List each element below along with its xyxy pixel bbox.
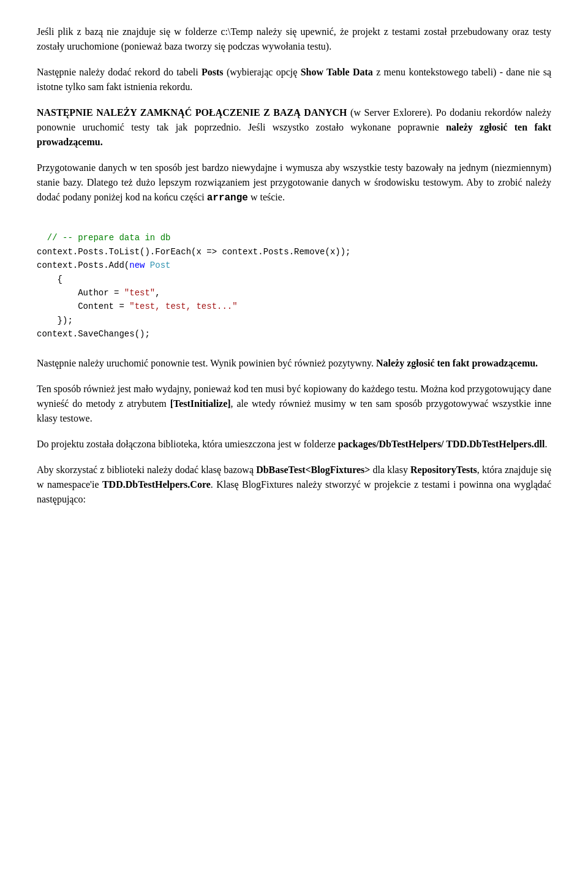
paragraph-1-text: Jeśli plik z bazą nie znajduje się w fol…: [37, 26, 551, 51]
paragraph-4: Przygotowanie danych w ten sposób jest b…: [37, 161, 551, 205]
paragraph-5: Następnie należy uruchomić ponownie test…: [37, 356, 551, 371]
paragraph-7-path: packages/DbTestHelpers/ TDD.DbTestHelper…: [338, 439, 545, 449]
paragraph-4-text: Przygotowanie danych w ten sposób jest b…: [37, 162, 551, 202]
code-line8: context.SaveChanges();: [37, 329, 150, 339]
paragraph-8-ns: TDD.DbTestHelpers.Core: [102, 479, 211, 490]
code-line3-pre: context.Posts.Add(: [37, 260, 129, 270]
paragraph-2-show: Show Table Data: [301, 67, 373, 77]
code-block: // -- prepare data in db context.Posts.T…: [37, 218, 551, 341]
paragraph-2-posts: Posts: [202, 67, 224, 77]
paragraph-7: Do projektu została dołączona biblioteka…: [37, 437, 551, 452]
paragraph-3-intro: NASTĘPNIE: [37, 107, 93, 118]
paragraph-6: Ten sposób również jest mało wydajny, po…: [37, 382, 551, 426]
paragraph-7-pre: Do projektu została dołączona biblioteka…: [37, 439, 338, 449]
code-line6-val: "test, test, test...": [129, 301, 237, 311]
paragraph-8-mid: dla klasy: [370, 464, 410, 475]
code-line5-pre: Author =: [37, 288, 124, 298]
code-line4: {: [37, 275, 62, 284]
paragraph-8: Aby skorzystać z biblioteki należy dodać…: [37, 463, 551, 507]
code-comment: // -- prepare data in db: [47, 233, 171, 243]
paragraph-3: NASTĘPNIE NALEŻY ZAMKNĄĆ POŁĄCZENIE Z BA…: [37, 105, 551, 150]
paragraph-3-part1: NALEŻY ZAMKNĄĆ POŁĄCZENIE Z BAZĄ DANYCH: [93, 107, 347, 118]
code-line6-pre: Content =: [37, 301, 129, 311]
paragraph-1: Jeśli plik z bazą nie znajduje się w fol…: [37, 25, 551, 54]
paragraph-8-repo: RepositoryTests: [410, 464, 477, 475]
paragraph-8-pre: Aby skorzystać z biblioteki należy dodać…: [37, 464, 256, 475]
paragraph-4-bold: arrange: [207, 192, 248, 203]
code-line2: context.Posts.ToList().ForEach(x => cont…: [37, 247, 350, 257]
code-line7: });: [37, 316, 73, 325]
paragraph-2-pre: Następnie należy dodać rekord do tabeli: [37, 67, 202, 77]
paragraph-5-bold: Należy zgłosić ten fakt prowadzącemu.: [376, 358, 538, 368]
paragraph-2-mid: (wybierając opcję: [224, 67, 301, 77]
paragraph-6-attr: [TestInitialize]: [170, 398, 231, 409]
code-new-keyword: new: [129, 260, 145, 270]
code-post-class: Post: [145, 260, 170, 270]
paragraph-8-class: DbBaseTest<BlogFixtures>: [256, 464, 370, 475]
code-line5-end: ,: [155, 288, 160, 298]
code-line5-val: "test": [124, 288, 155, 298]
paragraph-5-pre: Następnie należy uruchomić ponownie test…: [37, 358, 376, 368]
paragraph-2: Następnie należy dodać rekord do tabeli …: [37, 65, 551, 94]
paragraph-4-end: w teście.: [248, 192, 285, 202]
paragraph-7-end: .: [545, 439, 547, 449]
